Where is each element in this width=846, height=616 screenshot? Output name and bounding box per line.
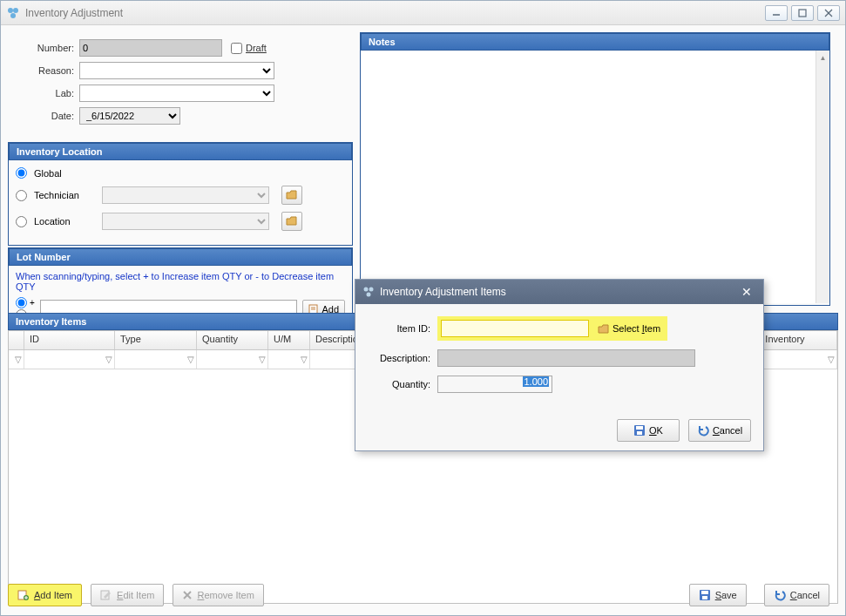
edit-icon: [100, 590, 112, 600]
lot-hint: When scanning/typing, select + to Increa…: [16, 271, 345, 292]
notes-scrollbar[interactable]: ▲: [816, 51, 829, 303]
number-input[interactable]: [79, 39, 222, 57]
titlebar[interactable]: Inventory Adjustment: [1, 1, 845, 25]
number-label: Number:: [15, 43, 74, 53]
folder-icon: [286, 215, 298, 227]
item-id-highlight: Select Item: [437, 316, 667, 341]
edit-item-button[interactable]: Edit Item: [91, 584, 164, 606]
add-item-label: dd Item: [40, 590, 72, 600]
location-label: Location: [34, 216, 95, 227]
edit-item-label: dit Item: [123, 590, 154, 600]
col-header-blank[interactable]: [9, 331, 24, 349]
inventory-location-title: Inventory Location: [9, 143, 352, 160]
minimize-button[interactable]: [765, 5, 788, 21]
filter-icon[interactable]: ▽: [9, 350, 24, 369]
lot-number-title: Lot Number: [9, 248, 352, 266]
col-header-id[interactable]: ID: [24, 331, 115, 349]
save-button[interactable]: Save: [689, 584, 747, 606]
filter-id[interactable]: ▽: [24, 350, 115, 369]
technician-label: Technician: [34, 190, 95, 200]
remove-item-button[interactable]: Remove Item: [173, 584, 263, 606]
description-label: Description:: [371, 353, 430, 363]
svg-rect-4: [799, 10, 806, 17]
global-label: Global: [34, 168, 95, 179]
filter-quantity[interactable]: ▽: [197, 350, 268, 369]
filter-type[interactable]: ▽: [115, 350, 197, 369]
save-icon: [633, 424, 646, 437]
remove-item-label: emove Item: [204, 590, 254, 600]
select-item-button[interactable]: Select Item: [594, 322, 664, 335]
technician-select[interactable]: [102, 186, 269, 204]
svg-rect-19: [702, 596, 707, 599]
global-radio[interactable]: [16, 167, 27, 179]
description-input: [437, 349, 695, 367]
item-id-label: Item ID:: [371, 323, 430, 334]
undo-icon: [774, 589, 786, 601]
dialog-ok-button[interactable]: OK: [617, 419, 680, 442]
window-title: Inventory Adjustment: [25, 7, 765, 19]
svg-point-21: [369, 288, 374, 292]
save-icon: [699, 589, 711, 601]
folder-icon: [286, 189, 298, 201]
item-id-input[interactable]: [441, 320, 589, 337]
cancel-button[interactable]: Cancel: [764, 584, 829, 606]
main-window: Inventory Adjustment Number: Draft Reaso…: [0, 0, 846, 616]
cancel-label: ancel: [797, 590, 820, 600]
location-radio[interactable]: [16, 216, 27, 227]
undo-icon: [697, 424, 709, 437]
dialog-icon: [362, 286, 375, 298]
close-button[interactable]: [817, 5, 840, 21]
new-document-icon: [17, 590, 30, 600]
draft-label: Draft: [246, 43, 267, 53]
reason-select[interactable]: [79, 62, 274, 79]
svg-point-22: [367, 293, 371, 297]
location-lookup-button[interactable]: [281, 212, 302, 231]
date-label: Date:: [15, 111, 74, 121]
plus-radio[interactable]: [16, 297, 27, 308]
delete-icon: [182, 590, 193, 600]
reason-label: Reason:: [15, 65, 74, 76]
dialog-cancel-button[interactable]: Cancel: [688, 419, 751, 442]
inventory-location-panel: Inventory Location Global Technician Lo: [8, 142, 353, 246]
save-label: ave: [721, 590, 737, 600]
lab-label: Lab:: [15, 88, 74, 98]
svg-rect-25: [637, 431, 642, 435]
footer-toolbar: Add Item Edit Item Remove Item Save Canc…: [8, 582, 838, 608]
dialog-titlebar[interactable]: Inventory Adjustment Items ✕: [355, 280, 763, 304]
svg-rect-24: [636, 426, 643, 430]
plus-radio-row[interactable]: +: [16, 297, 35, 308]
col-header-um[interactable]: U/M: [268, 331, 310, 349]
dialog-title: Inventory Adjustment Items: [380, 286, 506, 298]
col-header-type[interactable]: Type: [115, 331, 197, 349]
location-select[interactable]: [102, 213, 269, 230]
quantity-label: Quantity:: [371, 379, 430, 389]
add-item-button[interactable]: Add Item: [8, 584, 82, 606]
date-select[interactable]: _6/15/2022: [79, 107, 180, 125]
notes-title: Notes: [361, 33, 829, 51]
filter-um[interactable]: ▽: [268, 350, 310, 369]
notes-panel: Notes ▲: [360, 32, 830, 306]
app-icon: [6, 6, 20, 20]
svg-rect-18: [701, 591, 708, 594]
scroll-up-icon[interactable]: ▲: [816, 51, 829, 64]
draft-checkbox-input[interactable]: [231, 43, 242, 54]
svg-point-0: [8, 8, 13, 13]
svg-point-2: [10, 13, 16, 18]
lab-select[interactable]: [79, 85, 274, 102]
technician-radio[interactable]: [16, 190, 27, 201]
header-form: Number: Draft Reason: Lab: Date: _6/15/2…: [8, 32, 351, 140]
quantity-input[interactable]: 1.000: [437, 376, 552, 393]
folder-icon: [598, 323, 610, 334]
dialog-close-button[interactable]: ✕: [737, 283, 756, 301]
col-header-quantity[interactable]: Quantity: [197, 331, 268, 349]
plus-label: +: [30, 298, 35, 308]
technician-lookup-button[interactable]: [281, 186, 302, 205]
svg-point-1: [13, 8, 18, 13]
notes-textarea[interactable]: ▲: [361, 51, 829, 303]
maximize-button[interactable]: [791, 5, 814, 21]
quantity-value: 1.000: [523, 376, 549, 387]
inventory-adjustment-items-dialog: Inventory Adjustment Items ✕ Item ID: Se…: [355, 279, 764, 451]
svg-point-20: [364, 288, 369, 292]
draft-checkbox[interactable]: Draft: [231, 43, 290, 54]
